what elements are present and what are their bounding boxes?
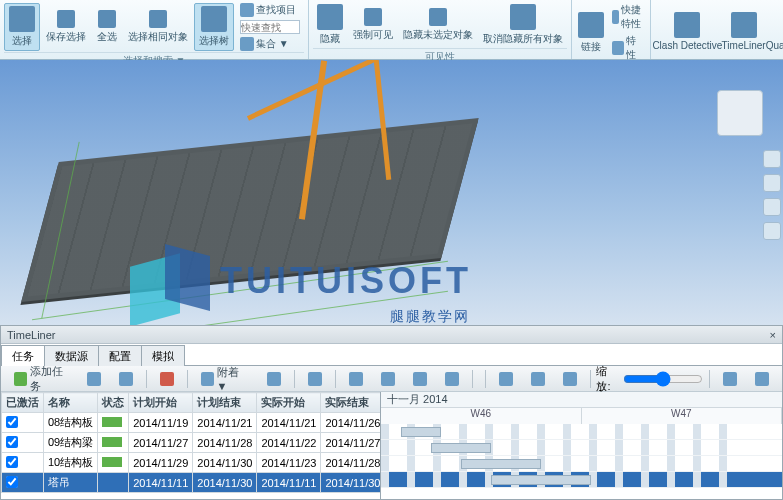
gantt-row[interactable] xyxy=(381,424,782,440)
column-header[interactable]: 计划开始 xyxy=(129,393,193,413)
pan-icon[interactable] xyxy=(763,174,781,192)
indent-button[interactable] xyxy=(406,369,434,389)
column-header[interactable]: 已激活 xyxy=(2,393,44,413)
tab-datasources[interactable]: 数据源 xyxy=(44,345,99,366)
panel-title-text: TimeLiner xyxy=(7,329,56,341)
watermark-logo xyxy=(130,250,220,320)
table-row[interactable]: 塔吊 2014/11/112014/11/302014/11/112014/11… xyxy=(2,473,382,493)
select-button[interactable]: 选择 xyxy=(4,3,40,51)
nav-tools xyxy=(763,150,783,240)
row-checkbox[interactable] xyxy=(6,476,18,488)
gantt-bar[interactable] xyxy=(461,459,541,469)
select-tree-button[interactable]: 选择树 xyxy=(194,3,234,51)
zoom-slider[interactable] xyxy=(623,371,703,387)
timeliner-panel: TimeLiner × 任务 数据源 配置 模拟 添加任务 附着 ▼ 缩放: xyxy=(0,325,783,500)
column-header[interactable]: 计划结束 xyxy=(193,393,257,413)
table-row[interactable]: 10结构板 2014/11/292014/11/302014/11/232014… xyxy=(2,453,382,473)
column-header[interactable]: 状态 xyxy=(98,393,129,413)
unhide-all-button[interactable]: 取消隐藏所有对象 xyxy=(479,2,567,48)
select-same-button[interactable]: 选择相同对象 xyxy=(124,8,192,46)
find-items-button[interactable]: 查找项目 xyxy=(236,2,304,18)
panel-toolbar: 添加任务 附着 ▼ 缩放: xyxy=(1,366,782,392)
watermark-sub: 腿腿教学网 xyxy=(390,308,470,325)
view-cube[interactable] xyxy=(717,90,763,136)
column-header[interactable]: 实际开始 xyxy=(257,393,321,413)
column-header[interactable]: 名称 xyxy=(44,393,98,413)
filter-button[interactable] xyxy=(556,369,584,389)
column-header[interactable]: 实际结束 xyxy=(321,393,381,413)
row-checkbox[interactable] xyxy=(6,456,18,468)
sets-dropdown[interactable]: 集合 ▼ xyxy=(236,36,304,52)
delete-button[interactable] xyxy=(153,369,181,389)
gantt-row[interactable] xyxy=(381,440,782,456)
ribbon-group-tools: Clash Detective TimeLiner Quantification… xyxy=(651,0,783,59)
force-visible-button[interactable]: 强制可见 xyxy=(349,6,397,44)
ribbon: 选择 保存选择 全选 选择相同对象 选择树 查找项目 集合 ▼ 选择和搜索 ▼ … xyxy=(0,0,783,60)
hide-unselected-button[interactable]: 隐藏未选定对象 xyxy=(399,6,477,44)
gantt-bar[interactable] xyxy=(491,475,591,485)
zoom-label: 缩放: xyxy=(596,364,619,394)
viewport-3d[interactable]: TUITUISOFT 腿腿教学网 xyxy=(0,60,783,325)
move-down-button[interactable] xyxy=(374,369,402,389)
tab-tasks[interactable]: 任务 xyxy=(1,345,45,366)
tab-simulate[interactable]: 模拟 xyxy=(141,345,185,366)
task-grid[interactable]: 已激活名称状态计划开始计划结束实际开始实际结束任务类型 08结构板 2014/1… xyxy=(1,392,381,499)
gantt-row[interactable] xyxy=(381,472,782,488)
close-icon[interactable]: × xyxy=(770,329,776,341)
table-row[interactable]: 08结构板 2014/11/192014/11/212014/11/212014… xyxy=(2,413,382,433)
export-button[interactable] xyxy=(716,369,744,389)
props-button[interactable]: 特性 xyxy=(608,33,646,63)
gantt-bar[interactable] xyxy=(401,427,441,437)
gantt-month: 十一月 2014 xyxy=(381,392,782,408)
insert-task-button[interactable] xyxy=(80,369,108,389)
watermark-text: TUITUISOFT xyxy=(220,260,472,302)
save-selection-button[interactable]: 保存选择 xyxy=(42,8,90,46)
gantt-week: W46 xyxy=(381,408,582,424)
quick-props-button[interactable]: 快捷特性 xyxy=(608,2,646,32)
row-checkbox[interactable] xyxy=(6,436,18,448)
zoom-icon[interactable] xyxy=(763,198,781,216)
clear-attach-button[interactable] xyxy=(260,369,288,389)
select-all-button[interactable]: 全选 xyxy=(92,8,122,46)
panel-titlebar[interactable]: TimeLiner × xyxy=(1,326,782,344)
ribbon-group-display: 链接 快捷特性 特性 显示 xyxy=(572,0,651,59)
gantt-row[interactable] xyxy=(381,456,782,472)
links-button[interactable]: 链接 xyxy=(576,10,606,56)
hide-button[interactable]: 隐藏 xyxy=(313,2,347,48)
gantt-week: W47 xyxy=(582,408,783,424)
panel-tabs: 任务 数据源 配置 模拟 xyxy=(1,344,782,366)
quantification-button[interactable]: Quantification xyxy=(768,10,784,53)
quick-find-input[interactable] xyxy=(236,19,304,35)
gantt-view-button[interactable] xyxy=(492,369,520,389)
table-row[interactable]: 09结构梁 2014/11/272014/11/282014/11/222014… xyxy=(2,433,382,453)
walk-icon[interactable] xyxy=(763,222,781,240)
orbit-icon[interactable] xyxy=(763,150,781,168)
timeliner-button[interactable]: TimeLiner xyxy=(722,10,766,53)
row-checkbox[interactable] xyxy=(6,416,18,428)
find-button[interactable] xyxy=(301,369,329,389)
settings-button[interactable] xyxy=(748,369,776,389)
ribbon-group-visibility: 隐藏 强制可见 隐藏未选定对象 取消隐藏所有对象 可见性 xyxy=(309,0,572,59)
auto-add-button[interactable] xyxy=(112,369,140,389)
columns-button[interactable] xyxy=(524,369,552,389)
gantt-bar[interactable] xyxy=(431,443,491,453)
gantt-chart[interactable]: 十一月 2014 W46 W47 xyxy=(381,392,782,499)
tower-crane-icon xyxy=(330,60,450,180)
clash-detective-button[interactable]: Clash Detective xyxy=(655,10,720,53)
move-up-button[interactable] xyxy=(342,369,370,389)
attach-dropdown[interactable]: 附着 ▼ xyxy=(194,362,256,395)
tab-config[interactable]: 配置 xyxy=(98,345,142,366)
ribbon-group-select: 选择 保存选择 全选 选择相同对象 选择树 查找项目 集合 ▼ 选择和搜索 ▼ xyxy=(0,0,309,59)
outdent-button[interactable] xyxy=(438,369,466,389)
